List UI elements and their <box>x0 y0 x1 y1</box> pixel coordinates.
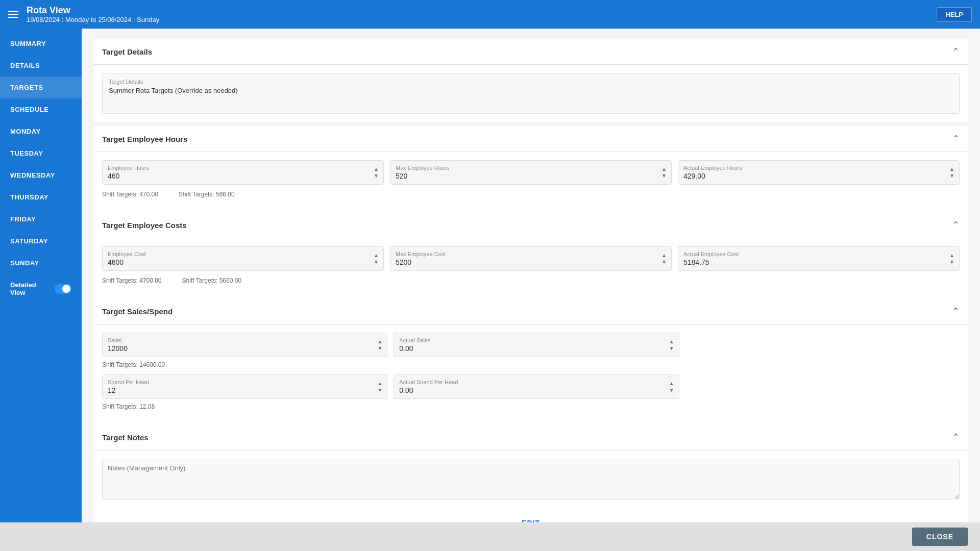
target-sales-spend-title: Target Sales/Spend <box>102 307 173 316</box>
target-notes-chevron[interactable]: ⌃ <box>952 432 960 443</box>
sidebar-item-friday[interactable]: FRIDAY <box>0 208 82 230</box>
employee-hours-up[interactable]: ▲ <box>372 166 380 172</box>
sidebar-detailed-view[interactable]: Detailed View <box>0 274 82 304</box>
max-employee-cost-label: Max Employee Cost <box>396 251 666 257</box>
target-details-body: Target Details Summer Rota Targets (Over… <box>94 65 968 122</box>
actual-spend-per-head-spinners[interactable]: ▲ ▼ <box>668 381 676 393</box>
target-employee-hours-header: Target Employee Hours ⌃ <box>94 126 968 152</box>
actual-employee-cost-field: Actual Employee Cost 5184.75 ▲ ▼ <box>678 246 960 271</box>
sidebar-item-tuesday[interactable]: TUESDAY <box>0 142 82 164</box>
actual-employee-hours-down[interactable]: ▼ <box>948 173 956 179</box>
actual-sales-spinners[interactable]: ▲ ▼ <box>668 339 676 352</box>
actual-sales-up[interactable]: ▲ <box>668 339 676 345</box>
spend-per-head-down[interactable]: ▼ <box>376 387 384 393</box>
target-details-header: Target Details ⌃ <box>94 39 968 65</box>
actual-spend-per-head-field: Actual Spend Per Head 0.00 ▲ ▼ <box>394 374 679 399</box>
sidebar-item-details[interactable]: DETAILS <box>0 55 82 77</box>
max-employee-hours-label: Max Employee Hours <box>396 165 666 171</box>
target-details-box-label: Target Details <box>109 79 953 85</box>
sales-value: 12000 <box>108 344 382 353</box>
sidebar-item-schedule[interactable]: SCHEDULE <box>0 98 82 120</box>
sidebar-item-sunday[interactable]: SUNDAY <box>0 252 82 274</box>
target-employee-hours-chevron[interactable]: ⌃ <box>952 133 960 144</box>
target-employee-costs-chevron[interactable]: ⌃ <box>952 219 960 231</box>
target-employee-costs-title: Target Employee Costs <box>102 221 187 230</box>
main-layout: SUMMARY DETAILS TARGETS SCHEDULE MONDAY … <box>0 29 980 522</box>
sales-down[interactable]: ▼ <box>376 345 384 352</box>
sales-field: Sales 12000 ▲ ▼ <box>102 333 387 357</box>
max-employee-hours-value: 520 <box>396 172 666 180</box>
target-sales-spend-header: Target Sales/Spend ⌃ <box>94 298 968 324</box>
actual-employee-cost-up[interactable]: ▲ <box>948 253 956 259</box>
actual-sales-label: Actual Sales <box>399 337 673 343</box>
employee-cost-field: Employee Cost 4600 ▲ ▼ <box>102 246 384 271</box>
employee-costs-row: Employee Cost 4600 ▲ ▼ Max Employee Cost… <box>102 246 960 271</box>
sidebar-item-thursday[interactable]: THURSDAY <box>0 186 82 208</box>
target-sales-spend-chevron[interactable]: ⌃ <box>952 306 960 317</box>
spend-per-head-spinners[interactable]: ▲ ▼ <box>376 381 384 393</box>
sales-up[interactable]: ▲ <box>376 339 384 345</box>
sales-row: Sales 12000 ▲ ▼ Actual Sales 0.00 ▲ ▼ <box>102 333 960 357</box>
sidebar-item-summary[interactable]: SUMMARY <box>0 33 82 55</box>
employee-hours-value: 460 <box>108 172 378 180</box>
target-employee-hours-section: Target Employee Hours ⌃ Employee Hours 4… <box>94 126 968 212</box>
edit-button[interactable]: EDIT <box>522 519 540 522</box>
max-employee-hours-down[interactable]: ▼ <box>660 173 668 179</box>
actual-employee-cost-down[interactable]: ▼ <box>948 259 956 265</box>
sidebar: SUMMARY DETAILS TARGETS SCHEDULE MONDAY … <box>0 29 82 522</box>
main-content: Target Details ⌃ Target Details Summer R… <box>82 29 980 522</box>
max-employee-cost-value: 5200 <box>396 258 666 266</box>
actual-sales-value: 0.00 <box>399 344 673 353</box>
target-employee-costs-body: Employee Cost 4600 ▲ ▼ Max Employee Cost… <box>94 238 968 298</box>
max-employee-cost-field: Max Employee Cost 5200 ▲ ▼ <box>390 246 672 271</box>
actual-employee-hours-label: Actual Employee Hours <box>683 165 954 171</box>
target-details-chevron[interactable]: ⌃ <box>952 46 960 57</box>
employee-hours-field: Employee Hours 460 ▲ ▼ <box>102 160 384 185</box>
target-notes-section: Target Notes ⌃ EDIT <box>94 424 968 522</box>
actual-spend-per-head-down[interactable]: ▼ <box>668 387 676 393</box>
detailed-view-toggle[interactable] <box>55 284 71 294</box>
employee-cost-down[interactable]: ▼ <box>372 259 380 265</box>
actual-employee-hours-field: Actual Employee Hours 429.00 ▲ ▼ <box>678 160 960 185</box>
spend-per-head-up[interactable]: ▲ <box>376 381 384 387</box>
sidebar-item-targets[interactable]: TARGETS <box>0 77 82 98</box>
sidebar-item-monday[interactable]: MONDAY <box>0 120 82 142</box>
actual-spend-per-head-up[interactable]: ▲ <box>668 381 676 387</box>
spend-row: Spend Per Head 12 ▲ ▼ Actual Spend Per H… <box>102 374 960 399</box>
max-employee-cost-down[interactable]: ▼ <box>660 259 668 265</box>
actual-spend-per-head-value: 0.00 <box>399 386 673 394</box>
employee-hours-down[interactable]: ▼ <box>372 173 380 179</box>
notes-textarea[interactable] <box>102 459 960 499</box>
sidebar-item-wednesday[interactable]: WEDNESDAY <box>0 164 82 186</box>
sales-spinners[interactable]: ▲ ▼ <box>376 339 384 352</box>
actual-employee-hours-spinners[interactable]: ▲ ▼ <box>948 166 956 179</box>
header-title-group: Rota View 19/08/2024 : Monday to 25/08/2… <box>27 5 937 23</box>
close-button[interactable]: CLOSE <box>912 528 968 546</box>
spend-per-head-label: Spend Per Head <box>108 379 382 385</box>
target-sales-spend-body: Sales 12000 ▲ ▼ Actual Sales 0.00 ▲ ▼ <box>94 324 968 424</box>
employee-hours-spinners[interactable]: ▲ ▼ <box>372 166 380 179</box>
app-title: Rota View <box>27 5 937 16</box>
target-details-title: Target Details <box>102 47 152 56</box>
target-employee-costs-section: Target Employee Costs ⌃ Employee Cost 46… <box>94 212 968 298</box>
employee-hours-row: Employee Hours 460 ▲ ▼ Max Employee Hour… <box>102 160 960 185</box>
max-employee-hours-field: Max Employee Hours 520 ▲ ▼ <box>390 160 672 185</box>
sidebar-item-saturday[interactable]: SATURDAY <box>0 230 82 252</box>
max-employee-hours-up[interactable]: ▲ <box>660 166 668 172</box>
max-employee-hours-spinners[interactable]: ▲ ▼ <box>660 166 668 179</box>
employee-hours-shift-targets-right: Shift Targets: 566.00 <box>179 191 235 198</box>
actual-employee-cost-label: Actual Employee Cost <box>683 251 954 257</box>
actual-employee-hours-up[interactable]: ▲ <box>948 166 956 172</box>
max-employee-cost-spinners[interactable]: ▲ ▼ <box>660 253 668 265</box>
employee-cost-spinners[interactable]: ▲ ▼ <box>372 253 380 265</box>
help-button[interactable]: HELP <box>937 7 972 22</box>
sales-shift-targets: Shift Targets: 14600.00 <box>102 361 960 368</box>
max-employee-cost-up[interactable]: ▲ <box>660 253 668 259</box>
app-subtitle: 19/08/2024 : Monday to 25/08/2024 : Sund… <box>27 16 937 23</box>
actual-employee-cost-spinners[interactable]: ▲ ▼ <box>948 253 956 265</box>
actual-sales-field: Actual Sales 0.00 ▲ ▼ <box>394 333 679 357</box>
employee-cost-value: 4600 <box>108 258 378 266</box>
menu-icon[interactable] <box>8 11 18 18</box>
actual-sales-down[interactable]: ▼ <box>668 345 676 352</box>
employee-cost-up[interactable]: ▲ <box>372 253 380 259</box>
